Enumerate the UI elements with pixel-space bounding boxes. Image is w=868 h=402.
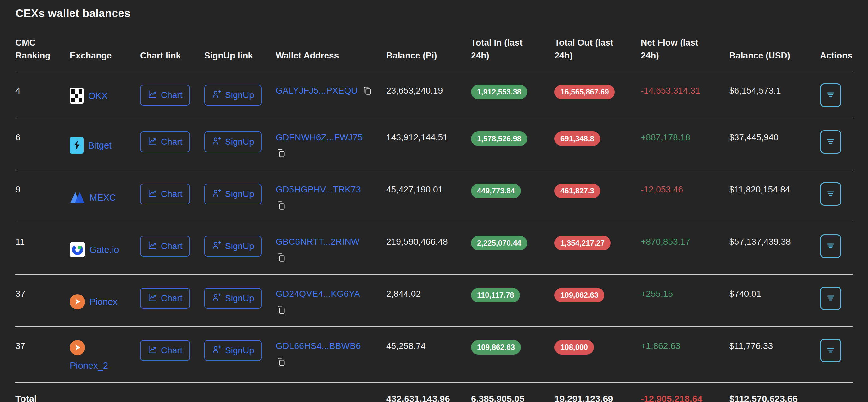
filter-icon [825, 293, 836, 303]
copy-icon [276, 200, 286, 210]
balance-pi-value: 23,653,240.19 [386, 71, 471, 118]
pionex-logo-icon [70, 294, 85, 309]
chart-button[interactable]: Chart [140, 236, 190, 257]
net-flow-value: +255.15 [641, 275, 729, 326]
filter-icon [825, 241, 836, 251]
total-in-badge: 109,862.63 [471, 340, 521, 354]
header-chart-link: Chart link [140, 49, 204, 62]
header-balance-usd: Balance (USD) [729, 49, 820, 62]
wallet-address-link[interactable]: GD24QVE4...KG6YA [276, 289, 360, 299]
exchange-link[interactable]: OKX [88, 90, 107, 102]
chart-line-icon [148, 241, 157, 250]
copy-icon [276, 304, 286, 314]
exchange-cell: Bitget [70, 118, 140, 170]
total-in-sum: 6,385,905.05 [471, 383, 554, 402]
copy-address-button[interactable] [276, 304, 286, 315]
wallet-address-link[interactable]: GDL66HS4...BBWB6 [276, 341, 361, 351]
exchange-cell: Pionex_2 [70, 327, 140, 382]
cmc-ranking-value: 11 [16, 222, 70, 274]
chart-button[interactable]: Chart [140, 85, 190, 105]
exchange-cell: Gate.io [70, 222, 140, 274]
bitget-logo-icon [70, 137, 84, 154]
copy-icon [362, 85, 372, 95]
signup-button[interactable]: SignUp [204, 236, 262, 257]
chart-line-icon [148, 89, 157, 99]
person-plus-icon [212, 89, 221, 99]
exchange-link[interactable]: Bitget [88, 140, 112, 151]
total-in-badge: 1,912,553.38 [471, 85, 527, 99]
chart-button[interactable]: Chart [140, 340, 190, 361]
total-out-badge: 691,348.8 [554, 131, 600, 146]
balance-pi-value: 219,590,466.48 [386, 222, 471, 274]
signup-button[interactable]: SignUp [204, 340, 262, 361]
wallet-address-link[interactable]: GBC6NRTT...2RINW [276, 237, 360, 247]
row-actions-button[interactable] [820, 339, 841, 362]
header-exchange: Exchange [70, 49, 140, 62]
copy-address-button[interactable] [276, 148, 286, 159]
exchange-cell: OKX [70, 71, 140, 118]
copy-address-button[interactable] [276, 200, 286, 211]
table-row: 37 Pionex_2 Chart SignUp GDL66HS4...BBWB… [16, 327, 852, 383]
row-actions-button[interactable] [820, 130, 841, 154]
row-actions-button[interactable] [820, 287, 841, 310]
signup-button[interactable]: SignUp [204, 288, 262, 309]
chart-line-icon [148, 292, 157, 302]
net-flow-value: -12,053.46 [641, 171, 729, 222]
exchange-link[interactable]: Gate.io [89, 244, 119, 256]
chart-button[interactable]: Chart [140, 131, 190, 152]
signup-button[interactable]: SignUp [204, 184, 262, 205]
signup-button[interactable]: SignUp [204, 85, 262, 105]
row-actions-button[interactable] [820, 84, 841, 107]
okx-logo-icon [70, 88, 84, 104]
row-actions-button[interactable] [820, 235, 841, 258]
table-row: 6 Bitget Chart SignUp GDFNWH6Z...FWJ75 1… [16, 118, 852, 171]
chart-button[interactable]: Chart [140, 184, 190, 205]
copy-address-button[interactable] [362, 85, 372, 96]
exchange-link[interactable]: Pionex_2 [70, 360, 108, 372]
net-flow-value: +870,853.17 [641, 222, 729, 274]
total-out-sum: 19,291,123.69 [554, 383, 641, 402]
balance-usd-value: $740.01 [729, 275, 820, 326]
copy-icon [276, 252, 286, 262]
person-plus-icon [212, 292, 221, 302]
header-net-flow: Net Flow (last 24h) [641, 36, 729, 62]
wallet-address-link[interactable]: GDFNWH6Z...FWJ75 [276, 132, 363, 142]
filter-icon [825, 189, 836, 198]
chart-button[interactable]: Chart [140, 288, 190, 309]
chart-line-icon [148, 136, 157, 146]
total-in-badge: 110,117.78 [471, 288, 520, 303]
total-label: Total [16, 383, 70, 402]
balance-usd-value: $57,137,439.38 [729, 222, 820, 274]
exchange-cell: Pionex [70, 275, 140, 326]
header-total-in: Total In (last 24h) [471, 36, 554, 62]
total-in-badge: 2,225,070.44 [471, 236, 527, 250]
row-actions-button[interactable] [820, 182, 841, 206]
net-flow-value: +1,862.63 [641, 327, 729, 382]
exchange-link[interactable]: MEXC [89, 191, 116, 204]
header-total-out: Total Out (last 24h) [554, 36, 641, 62]
total-out-badge: 108,000 [554, 340, 594, 354]
total-out-badge: 109,862.63 [554, 288, 604, 303]
copy-icon [276, 148, 286, 158]
balance-pi-value: 45,427,190.01 [386, 171, 471, 222]
total-in-badge: 449,773.84 [471, 184, 521, 198]
signup-button[interactable]: SignUp [204, 131, 262, 152]
cmc-ranking-value: 37 [16, 327, 70, 382]
gateio-logo-icon [70, 242, 85, 257]
total-out-badge: 461,827.3 [554, 184, 600, 198]
copy-address-button[interactable] [276, 252, 286, 263]
balance-usd-value: $6,154,573.1 [729, 71, 820, 118]
wallet-address-link[interactable]: GD5HGPHV...TRK73 [276, 185, 361, 194]
pionex-logo-icon [70, 340, 85, 355]
total-balance-usd: $112,570,623.66 [729, 383, 820, 402]
cmc-ranking-value: 9 [16, 171, 70, 222]
total-out-badge: 16,565,867.69 [554, 85, 615, 99]
total-net-flow: -12,905,218.64 [641, 383, 729, 402]
table-row: 9 MEXC Chart SignUp GD5HGPHV...TRK73 [16, 171, 852, 222]
balance-usd-value: $11,820,154.84 [729, 171, 820, 222]
copy-icon [276, 357, 286, 367]
filter-icon [825, 137, 836, 146]
wallet-address-link[interactable]: GALYJFJ5...PXEQU [276, 85, 358, 97]
exchange-link[interactable]: Pionex [89, 296, 118, 308]
copy-address-button[interactable] [276, 357, 286, 368]
